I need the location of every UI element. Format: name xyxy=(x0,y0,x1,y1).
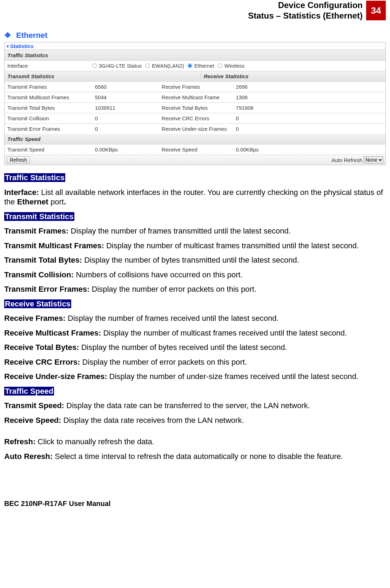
auto-refresh-select[interactable]: None xyxy=(364,156,383,163)
doc-interface: Interface: List all available network in… xyxy=(4,188,386,207)
refresh-button[interactable]: Refresh xyxy=(7,156,30,163)
doc-tx-bytes-text: Display the number of bytes transmitted … xyxy=(84,256,299,264)
interface-options: 3G/4G-LTE Status EWAN(LAN2) Ethernet Wir… xyxy=(92,61,385,71)
rx-speed-label: Receive Speed xyxy=(159,144,233,155)
doc-h-rx: Receive Statistics xyxy=(4,299,71,308)
doc-tx-mcast-text: Display the number of multicast frames t… xyxy=(106,241,359,250)
radio-3g4glte[interactable]: 3G/4G-LTE Status xyxy=(92,63,142,69)
doc-interface-text-dot: . xyxy=(64,197,66,206)
doc-auto-text: Select a time interval to refresh the da… xyxy=(55,452,343,461)
doc-h-tx: Transmit Statistics xyxy=(4,212,74,221)
doc-tx-frames-label: Transmit Frames: xyxy=(4,227,71,235)
stat-row: Transmit Total Bytes1039911Receive Total… xyxy=(5,103,385,113)
stat-row: Transmit Multicast Frames5044Receive Mul… xyxy=(5,92,385,103)
auto-refresh-label: Auto Refresh xyxy=(331,157,362,163)
tx-value: 6560 xyxy=(92,82,159,92)
radio-3g4glte-input[interactable] xyxy=(92,63,97,68)
radio-wireless[interactable]: Wireless xyxy=(218,63,245,69)
panel-title-text: Statistics xyxy=(10,43,34,49)
doc-sp-rx-label: Receive Speed: xyxy=(4,416,63,425)
header-line2: Status – Statistics (Ethernet) xyxy=(248,11,363,21)
rx-value: 0 xyxy=(233,124,385,134)
stat-row: Transmit Error Frames0Receive Under-size… xyxy=(5,124,385,134)
page-number: 34 xyxy=(366,1,386,20)
doc-rx-mcast-text: Display the number of multicast frames r… xyxy=(103,329,347,337)
interface-row: Interface 3G/4G-LTE Status EWAN(LAN2) Et… xyxy=(5,61,385,71)
tx-label: Transmit Collision xyxy=(5,113,92,123)
transmit-stats-header: Transmit Statistics xyxy=(5,71,201,81)
tx-label: Transmit Frames xyxy=(5,82,92,92)
stat-row: Transmit Frames6560Receive Frames2696 xyxy=(5,82,385,92)
doc-refresh-label: Refresh: xyxy=(4,437,38,446)
doc-sp-rx-text: Display the data rate receives from the … xyxy=(63,416,244,425)
doc-sp-tx-text: Display the data rate can be transferred… xyxy=(66,401,310,410)
tx-value: 5044 xyxy=(92,92,159,102)
panel-title[interactable]: ▾ Statistics xyxy=(5,42,385,50)
doc-rx-crc-label: Receive CRC Errors: xyxy=(4,358,82,366)
doc-tx-coll-text: Numbers of collisions have occurred on t… xyxy=(76,270,243,279)
tx-value: 0 xyxy=(92,124,159,134)
traffic-speed-header: Traffic Speed xyxy=(5,134,385,144)
radio-ethernet-input[interactable] xyxy=(188,63,192,68)
doc-tx-err-text: Display the number of error packets on t… xyxy=(92,285,256,293)
doc-interface-text-bold: Ethernet xyxy=(17,197,48,206)
rx-value: 1308 xyxy=(233,92,385,102)
tx-label: Transmit Error Frames xyxy=(5,124,92,134)
doc-rx-frames-text: Display the number of frames received un… xyxy=(68,314,279,323)
refresh-row: Refresh Auto Refresh None xyxy=(5,155,385,165)
doc-rx-mcast-label: Receive Multicast Frames: xyxy=(4,329,103,337)
rx-label: Receive Under-size Frames xyxy=(159,124,233,134)
doc-rx-under-text: Display the number of under-size frames … xyxy=(109,372,358,381)
doc-rx-crc-text: Display the number of error packets on t… xyxy=(82,358,247,366)
radio-3g4glte-label: 3G/4G-LTE Status xyxy=(99,63,142,69)
radio-wireless-label: Wireless xyxy=(224,63,245,69)
doc-refresh-text: Click to manually refresh the data. xyxy=(38,437,154,446)
doc-tx-coll-label: Transmit Collision: xyxy=(4,270,76,279)
doc-auto-label: Auto Reresh: xyxy=(4,452,55,461)
tx-label: Transmit Multicast Frames xyxy=(5,92,92,102)
traffic-stats-header: Traffic Statistics xyxy=(5,50,385,60)
section-bullet-heading: ❖Ethernet xyxy=(4,31,386,40)
rx-label: Receive CRC Errors xyxy=(159,113,233,123)
rx-value: 2696 xyxy=(233,82,385,92)
radio-ethernet[interactable]: Ethernet xyxy=(188,63,214,69)
rx-speed-value: 0.00KBps xyxy=(233,144,385,155)
doc-h-traffic: Traffic Statistics xyxy=(4,173,65,182)
diamond-icon: ❖ xyxy=(4,31,11,40)
receive-stats-header: Receive Statistics xyxy=(201,71,385,81)
footer: BEC 210NP-R17AF User Manual xyxy=(4,500,386,508)
documentation-body: Traffic Statistics Interface: List all a… xyxy=(4,173,386,461)
statistics-panel: ▾ Statistics Traffic Statistics Interfac… xyxy=(4,42,386,165)
doc-rx-under-label: Receive Under-size Frames: xyxy=(4,372,109,381)
tx-value: 1039911 xyxy=(92,103,159,113)
bullet-heading-text: Ethernet xyxy=(16,31,47,40)
doc-sp-tx-label: Transmit Speed: xyxy=(4,401,66,410)
doc-rx-frames-label: Receive Frames: xyxy=(4,314,68,323)
tx-value: 0 xyxy=(92,113,159,123)
doc-tx-frames-text: Display the number of frames transmitted… xyxy=(71,227,291,235)
doc-interface-text-b: port xyxy=(48,197,64,206)
header-line1: Device Configuration xyxy=(248,0,363,11)
rx-value: 0 xyxy=(233,113,385,123)
doc-tx-bytes-label: Transmit Total Bytes: xyxy=(4,256,84,264)
doc-tx-mcast-label: Transmit Multicast Frames: xyxy=(4,241,106,250)
doc-h-speed: Traffic Speed xyxy=(4,387,54,396)
rx-label: Receive Multicast Frame xyxy=(159,92,233,102)
rx-label: Receive Total Bytes xyxy=(159,103,233,113)
doc-rx-bytes-label: Receive Total Bytes: xyxy=(4,343,81,352)
tx-speed-value: 0.00KBps xyxy=(92,144,159,155)
chevron-down-icon: ▾ xyxy=(7,44,9,49)
doc-interface-label: Interface: xyxy=(4,188,41,197)
radio-ewan-input[interactable] xyxy=(145,63,150,68)
radio-wireless-input[interactable] xyxy=(218,63,222,68)
radio-ethernet-label: Ethernet xyxy=(194,63,214,69)
rx-value: 791906 xyxy=(233,103,385,113)
tx-speed-label: Transmit Speed xyxy=(5,144,92,155)
doc-tx-err-label: Transmit Error Frames: xyxy=(4,285,92,293)
radio-ewan-label: EWAN(LAN2) xyxy=(152,63,184,69)
doc-rx-bytes-text: Display the number of bytes received unt… xyxy=(81,343,287,352)
page-header-text: Device Configuration Status – Statistics… xyxy=(248,0,366,21)
speed-row: Transmit Speed 0.00KBps Receive Speed 0.… xyxy=(5,144,385,155)
page-header: Device Configuration Status – Statistics… xyxy=(4,0,386,21)
radio-ewan[interactable]: EWAN(LAN2) xyxy=(145,63,184,69)
